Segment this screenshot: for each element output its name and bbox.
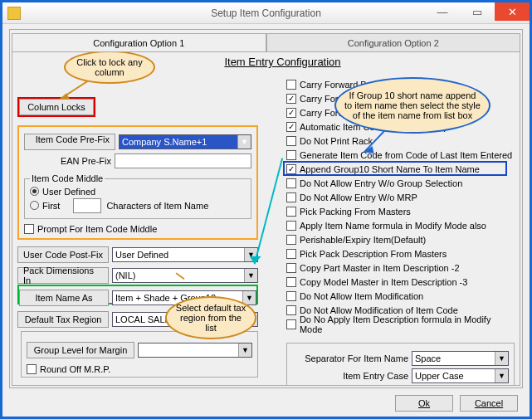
- checkbox-label: Do No Apply Item Description formula in …: [300, 314, 515, 334]
- chevron-down-icon: ▼: [495, 352, 508, 365]
- checkbox-icon: [27, 364, 37, 374]
- checkbox-4[interactable]: Do Not Print Rack: [286, 134, 515, 148]
- checkbox-label: Copy Part Master in Item Description -2: [300, 263, 460, 273]
- checkbox-label: Do Not Allow Entry W/o MRP: [300, 192, 417, 202]
- ean-prefix-input[interactable]: [115, 153, 251, 168]
- chars-of-name-label: Characters of Item Name: [106, 201, 208, 211]
- checkbox-label: Do Not Print Rack: [300, 136, 373, 146]
- checkbox-icon: [286, 221, 296, 231]
- callout-tax-region: Select default tax region from the list: [165, 296, 256, 339]
- checkbox-label: Perishable/Expiry Item(Default): [300, 235, 426, 245]
- ok-button[interactable]: Ok: [395, 395, 453, 412]
- group-level-margin-combo[interactable]: ▼: [138, 343, 252, 358]
- maximize-button[interactable]: ▭: [460, 2, 495, 21]
- tab-body: Item Entry Configuration Column Locks It…: [12, 51, 520, 386]
- separator-value: Space: [415, 353, 441, 363]
- ean-prefix-label: EAN Pre-Fix: [24, 156, 111, 166]
- checkbox-label: Copy Model Master in Item Description -3: [300, 277, 467, 287]
- user-code-postfix-label[interactable]: User Code Post-Fix: [17, 246, 109, 263]
- round-off-mrp-checkbox[interactable]: Round Off M.R.P.: [27, 362, 110, 376]
- cancel-button[interactable]: Cancel: [460, 395, 518, 412]
- prompt-middle-label: Prompt For Item Code Middle: [37, 224, 157, 234]
- checkbox-label: Generate Item Code from Code of Last Ite…: [300, 150, 512, 160]
- checkbox-icon: [286, 150, 296, 160]
- callout-lock-text: Click to lock any column: [74, 57, 145, 77]
- radio-user-defined-label: User Defined: [42, 187, 95, 197]
- separator-combo[interactable]: Space ▼: [412, 351, 509, 366]
- callout-lock-column: Click to lock any column: [64, 51, 155, 84]
- dialog-window: Setup Item Configuration — ▭ ✕ Configura…: [0, 0, 532, 419]
- left-pane: Column Locks Item Code Pre-Fix Company S…: [17, 77, 275, 386]
- user-code-postfix-combo[interactable]: User Defined ▼: [112, 247, 258, 262]
- checkbox-icon: [286, 178, 296, 188]
- checkbox-icon: [286, 122, 296, 132]
- item-entry-case-value: Upper Case: [415, 371, 464, 381]
- callout-tax-text: Select default tax region from the list: [175, 303, 246, 333]
- default-tax-region-label[interactable]: Default Tax Region: [17, 311, 109, 328]
- checkbox-8[interactable]: Do Not Allow Entry W/o MRP: [286, 190, 515, 204]
- item-code-middle-group: Item Code Middle User Defined First Char…: [24, 173, 251, 219]
- radio-dot-icon: [30, 187, 39, 196]
- titlebar: Setup Item Configuration — ▭ ✕: [2, 2, 530, 24]
- close-button[interactable]: ✕: [495, 2, 530, 21]
- checkbox-12[interactable]: Pick Pack Description From Masters: [286, 246, 515, 261]
- checkbox-icon: [286, 94, 296, 104]
- callout-group10-text: If Group 10 short name append to item na…: [344, 90, 481, 120]
- minimize-button[interactable]: —: [425, 2, 460, 21]
- checkbox-13[interactable]: Copy Part Master in Item Description -2: [286, 261, 515, 275]
- checkbox-icon: [286, 249, 296, 259]
- checkbox-icon: [286, 108, 296, 118]
- append-group10-highlight: [283, 161, 507, 176]
- user-code-postfix-value: User Defined: [115, 250, 168, 260]
- prompt-middle-checkbox[interactable]: Prompt For Item Code Middle: [24, 222, 157, 236]
- radio-first[interactable]: First: [30, 201, 60, 211]
- checkbox-icon: [286, 319, 296, 329]
- tab-config-1[interactable]: Configuration Option 1: [12, 33, 266, 51]
- chevron-down-icon: ▼: [495, 369, 508, 382]
- prefix-group-box: Item Code Pre-Fix Company S.Name+1 ▼ EAN…: [17, 125, 258, 240]
- group-level-margin-label[interactable]: Group Level for Margin: [27, 342, 134, 358]
- checkbox-15[interactable]: Do Not Allow Item Modification: [286, 289, 515, 303]
- column-locks-button[interactable]: Column Locks: [19, 99, 94, 115]
- item-name-as-label[interactable]: Item Name As: [19, 290, 109, 306]
- separator-group: Separator For Item Name Space ▼ Item Ent…: [286, 343, 515, 386]
- checkbox-5[interactable]: Generate Item Code from Code of Last Ite…: [286, 148, 515, 162]
- tab-config-2[interactable]: Configuration Option 2: [266, 33, 521, 51]
- first-chars-input[interactable]: [73, 198, 101, 213]
- item-code-prefix-label[interactable]: Item Code Pre-Fix: [24, 134, 115, 150]
- checkbox-label: Pick Pack Description From Masters: [300, 249, 447, 259]
- chevron-down-icon: ▼: [237, 135, 251, 149]
- chevron-down-icon: ▼: [244, 248, 257, 261]
- checkbox-icon: [286, 305, 296, 315]
- pack-dimensions-combo[interactable]: (NIL) ▼: [112, 268, 258, 283]
- checkbox-10[interactable]: Apply Item Name formula in Modify Mode a…: [286, 218, 515, 232]
- item-code-prefix-value: Company S.Name+1: [122, 137, 207, 147]
- item-code-prefix-combo[interactable]: Company S.Name+1 ▼: [119, 134, 251, 149]
- checkbox-icon: [286, 192, 296, 202]
- item-code-middle-legend: Item Code Middle: [30, 173, 105, 183]
- checkbox-icon: [286, 207, 296, 217]
- chevron-down-icon: ▼: [244, 269, 257, 282]
- checkbox-14[interactable]: Copy Model Master in Item Description -3: [286, 275, 515, 289]
- radio-dot-icon: [30, 201, 39, 210]
- radio-user-defined[interactable]: User Defined: [30, 187, 95, 197]
- checkbox-icon: [286, 136, 296, 146]
- callout-group10: If Group 10 short name append to item na…: [334, 77, 491, 134]
- checkbox-icon: [286, 80, 296, 90]
- round-off-mrp-label: Round Off M.R.P.: [40, 364, 110, 374]
- checkbox-icon: [286, 277, 296, 287]
- checkbox-icon: [286, 235, 296, 245]
- pack-dimensions-value: (NIL): [115, 270, 135, 280]
- radio-first-label: First: [42, 201, 60, 211]
- checkbox-11[interactable]: Perishable/Expiry Item(Default): [286, 232, 515, 246]
- checkbox-7[interactable]: Do Not Allow Entry W/o Group Selection: [286, 176, 515, 190]
- checkbox-9[interactable]: Pick Packing From Masters: [286, 204, 515, 218]
- checkbox-label: Do Not Allow Item Modification: [300, 291, 423, 301]
- main-panel: Configuration Option 1 Configuration Opt…: [9, 29, 523, 388]
- checkbox-label: Apply Item Name formula in Modify Mode a…: [300, 221, 486, 231]
- item-entry-case-combo[interactable]: Upper Case ▼: [412, 368, 509, 383]
- checkbox-17[interactable]: Do No Apply Item Description formula in …: [286, 317, 515, 331]
- pack-dimensions-label[interactable]: Pack Dimensions In: [17, 267, 109, 284]
- checkbox-icon: [286, 263, 296, 273]
- dialog-footer: Ok Cancel: [395, 395, 518, 412]
